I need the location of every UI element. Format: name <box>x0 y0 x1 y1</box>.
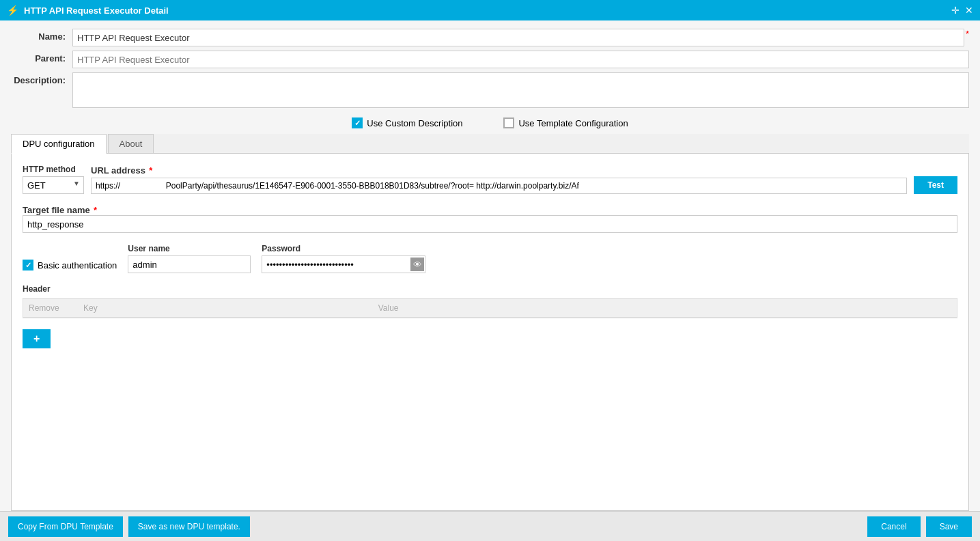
basic-auth-label: Basic authentication <box>38 260 117 270</box>
header-table-header-row: Remove Key Value <box>23 299 957 318</box>
basic-auth-check-icon: ✓ <box>25 261 31 270</box>
http-url-row: HTTP method GET POST PUT DELETE PATCH <box>23 165 957 194</box>
http-method-select[interactable]: GET POST PUT DELETE PATCH <box>23 176 84 194</box>
http-method-select-wrapper: GET POST PUT DELETE PATCH <box>23 176 84 194</box>
url-required-star: * <box>149 165 152 176</box>
header-section: Header Remove Key Value <box>23 284 957 318</box>
eye-icon: 👁 <box>413 260 422 270</box>
password-group: Password 👁 <box>262 244 425 273</box>
url-address-input[interactable] <box>91 178 907 194</box>
custom-desc-checkbox-box[interactable]: ✓ <box>352 117 363 128</box>
save-as-template-button[interactable]: Save as new DPU template. <box>128 516 250 537</box>
title-bar: ⚡ HTTP API Request Executor Detail ✛ ✕ <box>0 0 980 20</box>
password-label: Password <box>262 244 425 253</box>
bottom-left-actions: Copy From DPU Template Save as new DPU t… <box>8 516 250 537</box>
tab-about[interactable]: About <box>108 134 154 153</box>
url-address-label: URL address * <box>91 165 907 176</box>
parent-row: Parent: <box>11 51 969 68</box>
use-template-configuration-checkbox[interactable]: Use Template Configuration <box>503 117 628 128</box>
bottom-bar: Copy From DPU Template Save as new DPU t… <box>0 511 980 541</box>
test-button-group: x Test <box>914 165 957 194</box>
header-table: Remove Key Value <box>23 298 957 318</box>
parent-label: Parent: <box>11 51 72 64</box>
tab-dpu-configuration[interactable]: DPU configuration <box>11 134 107 154</box>
template-config-checkbox-box[interactable] <box>503 117 514 128</box>
description-label: Description: <box>11 72 72 85</box>
copy-from-template-button[interactable]: Copy From DPU Template <box>8 516 123 537</box>
target-required-star: * <box>94 205 97 215</box>
basic-auth-checkbox-box[interactable]: ✓ <box>23 260 33 270</box>
window-title: HTTP API Request Executor Detail <box>24 5 951 16</box>
main-content: Name: * Parent: Description: ✓ Use Custo… <box>0 20 980 511</box>
move-icon[interactable]: ✛ <box>951 5 960 16</box>
checkbox-row: ✓ Use Custom Description Use Template Co… <box>11 112 969 134</box>
header-col-key: Key <box>78 303 373 313</box>
basic-auth-checkbox-item[interactable]: ✓ Basic authentication <box>23 260 117 273</box>
password-visibility-icon[interactable]: 👁 <box>410 258 424 271</box>
custom-desc-label: Use Custom Description <box>367 118 462 128</box>
use-custom-description-checkbox[interactable]: ✓ Use Custom Description <box>352 117 462 128</box>
tabs-panel-wrapper: DPU configuration About HTTP method GET … <box>11 134 969 511</box>
description-input[interactable] <box>72 72 969 108</box>
bottom-right-actions: Cancel Save <box>867 516 972 537</box>
custom-desc-check-icon: ✓ <box>354 119 361 128</box>
target-file-name-input[interactable] <box>23 215 957 233</box>
auth-row: ✓ Basic authentication User name Passwor… <box>23 244 957 273</box>
name-input[interactable] <box>72 29 964 46</box>
add-header-button[interactable]: + <box>23 329 51 348</box>
header-title: Header <box>23 284 957 294</box>
user-name-label: User name <box>128 244 251 253</box>
cancel-button[interactable]: Cancel <box>867 516 920 537</box>
http-method-group: HTTP method GET POST PUT DELETE PATCH <box>23 165 84 194</box>
target-file-name-label: Target file name * <box>23 206 97 215</box>
header-col-value: Value <box>373 303 957 313</box>
dpu-config-panel: HTTP method GET POST PUT DELETE PATCH <box>11 154 969 511</box>
username-group: User name <box>128 244 251 273</box>
save-button[interactable]: Save <box>926 516 972 537</box>
template-config-label: Use Template Configuration <box>518 118 628 128</box>
description-row: Description: <box>11 72 969 108</box>
tabs-container: DPU configuration About <box>11 134 969 154</box>
password-wrapper: 👁 <box>262 255 425 273</box>
url-address-group: URL address * <box>91 165 907 194</box>
password-input[interactable] <box>262 255 425 273</box>
test-button[interactable]: Test <box>914 176 957 194</box>
header-col-remove: Remove <box>23 303 78 313</box>
parent-input[interactable] <box>72 51 969 68</box>
name-row: Name: * <box>11 29 969 46</box>
close-icon[interactable]: ✕ <box>965 5 973 16</box>
name-label: Name: <box>11 29 72 42</box>
title-bar-icon: ⚡ <box>7 5 18 16</box>
username-input[interactable] <box>128 255 251 273</box>
name-required-star: * <box>966 29 969 39</box>
http-method-label: HTTP method <box>23 165 84 174</box>
target-file-name-row: Target file name * <box>23 205 957 233</box>
